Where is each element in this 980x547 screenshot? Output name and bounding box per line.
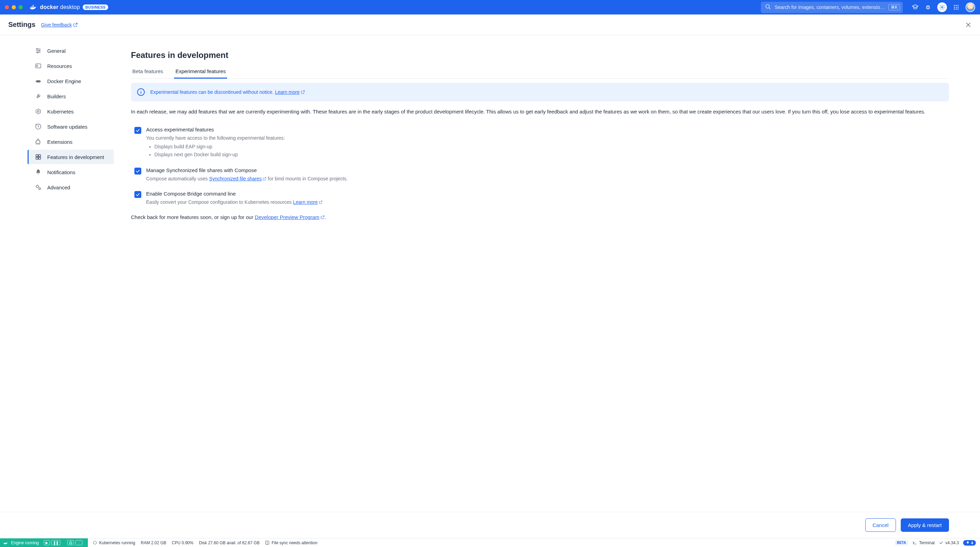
window-close[interactable] xyxy=(5,5,9,9)
cpu-status: CPU 0.90% xyxy=(172,541,194,545)
grid-icon xyxy=(35,153,42,160)
avatar[interactable] xyxy=(966,2,975,12)
intro-paragraph: In each release, we may add features tha… xyxy=(131,108,949,116)
svg-line-1 xyxy=(769,8,770,9)
external-link-icon xyxy=(319,200,323,204)
terminal-icon xyxy=(912,541,917,545)
sidebar-item-builders[interactable]: Builders xyxy=(27,89,114,104)
titlebar-actions xyxy=(912,2,975,12)
search-input[interactable]: Search for images, containers, volumes, … xyxy=(761,2,903,13)
svg-point-23 xyxy=(37,48,38,49)
banner-learn-more-link[interactable]: Learn more xyxy=(275,89,305,95)
sidebar-item-resources[interactable]: Resources xyxy=(27,59,114,73)
sidebar-item-label: Extensions xyxy=(47,139,72,145)
tab-beta-features[interactable]: Beta features xyxy=(131,65,164,79)
kubernetes-status[interactable]: Kubernetes running xyxy=(93,541,135,545)
sidebar-item-general[interactable]: General xyxy=(27,43,114,58)
sidebar-item-docker-engine[interactable]: Docker Engine xyxy=(27,74,114,88)
brand-text: docker desktop xyxy=(40,4,80,10)
engine-status[interactable]: Engine running ▶ ❚❚ ⏻ ⋮ xyxy=(0,538,88,547)
sidebar-item-software-updates[interactable]: Software updates xyxy=(27,119,114,134)
window-maximize[interactable] xyxy=(19,5,23,9)
engine-icon xyxy=(35,78,42,85)
engine-pause-icon[interactable]: ❚❚ xyxy=(51,540,60,545)
external-link-icon xyxy=(262,177,266,181)
sidebar-item-notifications[interactable]: Notifications xyxy=(27,165,114,179)
feature-title: Manage Synchronized file shares with Com… xyxy=(146,167,348,173)
whale-icon xyxy=(30,5,37,10)
feature-compose-bridge: Enable Compose Bridge command line Easil… xyxy=(131,188,949,211)
sidebar-item-features-in-development[interactable]: Features in development xyxy=(27,150,114,164)
feature-title: Enable Compose Bridge command line xyxy=(146,191,323,196)
svg-rect-34 xyxy=(36,155,38,156)
apps-grid-icon[interactable] xyxy=(953,4,959,10)
bug-icon[interactable] xyxy=(925,4,931,10)
kubernetes-icon xyxy=(93,541,97,545)
svg-marker-31 xyxy=(36,109,40,114)
svg-point-15 xyxy=(954,9,955,10)
engine-menu-icon[interactable]: ⋮ xyxy=(75,540,82,545)
svg-point-0 xyxy=(766,5,770,8)
version-label[interactable]: v4.34.3 xyxy=(939,541,959,545)
cancel-button[interactable]: Cancel xyxy=(865,518,896,532)
svg-point-16 xyxy=(956,9,957,10)
titlebar: docker desktop BUSINESS Search for image… xyxy=(0,0,980,14)
svg-rect-28 xyxy=(37,80,40,83)
sliders-icon xyxy=(35,47,42,54)
engine-power-icon[interactable]: ⏻ xyxy=(67,540,74,545)
give-feedback-link[interactable]: Give feedback xyxy=(41,22,78,27)
file-sync-status[interactable]: File sync needs attention xyxy=(265,541,317,545)
whale-icon xyxy=(3,541,8,545)
svg-point-38 xyxy=(36,185,38,188)
compose-bridge-learn-more-link[interactable]: Learn more xyxy=(293,199,323,206)
beta-badge: BETA xyxy=(895,540,908,545)
settings-header: Settings Give feedback xyxy=(0,14,980,35)
status-metrics: Kubernetes running RAM 2.02 GB CPU 0.90%… xyxy=(88,538,891,547)
engine-status-text: Engine running xyxy=(11,541,39,545)
sidebar-item-label: Resources xyxy=(47,63,72,69)
svg-point-43 xyxy=(267,544,267,544)
sidebar-item-extensions[interactable]: Extensions xyxy=(27,134,114,149)
feature-sync-file-shares: Manage Synchronized file shares with Com… xyxy=(131,164,949,188)
sidebar-item-label: General xyxy=(47,48,65,54)
page-heading: Settings xyxy=(8,21,35,29)
svg-rect-36 xyxy=(36,157,38,159)
checkbox-access-experimental[interactable] xyxy=(134,127,141,134)
sidebar-item-label: Kubernetes xyxy=(47,108,74,115)
svg-point-24 xyxy=(39,50,40,51)
svg-point-27 xyxy=(37,65,38,66)
external-link-icon xyxy=(73,22,78,27)
svg-rect-35 xyxy=(38,155,41,156)
sidebar-item-advanced[interactable]: Advanced xyxy=(27,180,114,195)
tabs: Beta features Experimental features xyxy=(131,65,949,79)
settings-icon[interactable] xyxy=(937,2,947,12)
sidebar-item-label: Advanced xyxy=(47,185,70,190)
sidebar-item-label: Builders xyxy=(47,94,66,99)
notifications-badge[interactable]: 4 xyxy=(963,540,976,545)
engine-play-icon[interactable]: ▶ xyxy=(44,540,50,545)
close-icon[interactable] xyxy=(965,21,972,28)
gears-icon xyxy=(35,184,42,191)
learn-icon[interactable] xyxy=(912,4,919,11)
sidebar-item-label: Features in development xyxy=(47,154,104,160)
svg-rect-30 xyxy=(40,81,41,82)
svg-point-32 xyxy=(38,111,39,112)
feature-bullet: Displays next gen Docker build sign-up xyxy=(154,151,285,158)
checkbox-sync-file-shares[interactable] xyxy=(134,167,141,174)
svg-rect-29 xyxy=(36,81,37,82)
business-badge: BUSINESS xyxy=(83,5,108,10)
gauge-icon xyxy=(35,62,42,69)
search-placeholder: Search for images, containers, volumes, … xyxy=(775,5,885,10)
svg-marker-40 xyxy=(93,541,97,545)
feature-bullet: Displays build EAP sign-up xyxy=(154,143,285,150)
developer-preview-link[interactable]: Developer Preview Program xyxy=(255,214,325,220)
sidebar-item-kubernetes[interactable]: Kubernetes xyxy=(27,104,114,119)
brand: docker desktop BUSINESS xyxy=(30,4,108,10)
terminal-toggle[interactable]: Terminal xyxy=(912,541,934,545)
closing-paragraph: Check back for more features soon, or si… xyxy=(131,214,949,220)
tab-experimental-features[interactable]: Experimental features xyxy=(174,65,227,79)
apply-restart-button[interactable]: Apply & restart xyxy=(901,518,949,532)
checkbox-compose-bridge[interactable] xyxy=(134,191,141,198)
sync-file-shares-link[interactable]: Synchronized file shares xyxy=(209,175,267,182)
window-minimize[interactable] xyxy=(12,5,16,9)
